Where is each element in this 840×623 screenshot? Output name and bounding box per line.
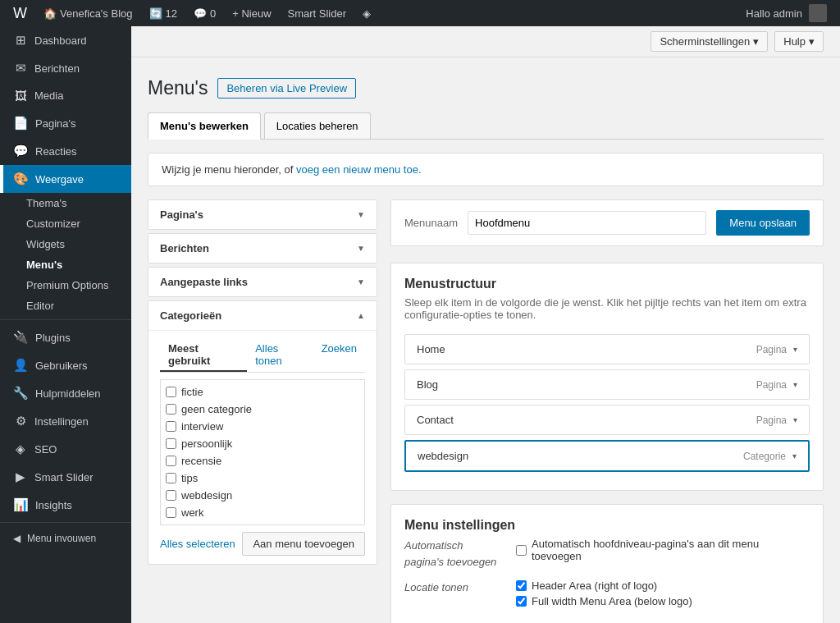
category-tabs: Meest gebruikt Alles tonen Zoeken: [160, 339, 365, 373]
page-title: Menu's: [148, 77, 208, 99]
sidebar-sub-menus[interactable]: Menu's: [0, 254, 131, 275]
sidebar-sub-themas[interactable]: Thema's: [0, 193, 131, 213]
berichten-icon: ✉: [13, 61, 28, 76]
location-full-width-checkbox[interactable]: [516, 596, 527, 607]
smart-slider-link[interactable]: Smart Slider: [281, 0, 354, 26]
two-column-layout: Pagina's ▼ Berichten ▼ A: [148, 199, 824, 623]
theme-icon-link[interactable]: ◈: [356, 0, 377, 26]
theme-icon: ◈: [363, 7, 371, 20]
auto-add-checkbox[interactable]: [516, 545, 527, 556]
sidebar-item-berichten[interactable]: ✉ Berichten: [0, 54, 131, 82]
info-box: Wijzig je menu hieronder, of voeg een ni…: [148, 153, 824, 186]
cat-checkbox-werk[interactable]: [166, 507, 176, 518]
sidebar-item-instellingen[interactable]: ⚙ Instellingen: [0, 407, 131, 435]
sidebar-item-hulpmiddelen[interactable]: 🔧 Hulpmiddelen: [0, 379, 131, 407]
sidebar: ⊞ Dashboard ✉ Berichten 🖼 Media 📄 Pagina…: [0, 26, 131, 623]
cat-checkbox-geen-categorie[interactable]: [166, 404, 176, 415]
cat-item-fictie: fictie: [164, 383, 361, 401]
tab-locaties-beheren[interactable]: Locaties beheren: [264, 112, 371, 139]
cat-checkbox-tips[interactable]: [166, 473, 176, 483]
menu-item-webdesign[interactable]: webdesign Categorie ▾: [404, 440, 810, 472]
cat-item-tips: tips: [164, 470, 361, 487]
tabs-row: Menu's bewerken Locaties beheren: [148, 112, 824, 140]
location-setting: Locatie tonen Header Area (right of logo…: [404, 579, 810, 611]
live-preview-btn[interactable]: Beheren via Live Preview: [217, 78, 356, 98]
sidebar-sub-widgets[interactable]: Widgets: [0, 234, 131, 254]
accordion-berichten-header[interactable]: Berichten ▼: [148, 234, 377, 263]
new-content-link[interactable]: + Nieuw: [226, 0, 277, 26]
sidebar-item-seo[interactable]: ◈ SEO: [0, 435, 131, 463]
instellingen-icon: ⚙: [13, 414, 28, 428]
save-menu-button[interactable]: Menu opslaan: [716, 210, 810, 236]
chevron-down-icon: ▾: [753, 35, 759, 48]
accordion-paginas: Pagina's ▼: [148, 199, 377, 230]
plugins-icon: 🔌: [13, 330, 29, 345]
menu-item-home-arrow: ▾: [793, 345, 797, 354]
select-all-link[interactable]: Alles selecteren: [160, 538, 235, 550]
sidebar-sub-editor[interactable]: Editor: [0, 295, 131, 316]
accordion-categorieen-body: Meest gebruikt Alles tonen Zoeken fictie: [148, 330, 377, 564]
add-menu-button[interactable]: Aan menu toevoegen: [242, 532, 365, 556]
screen-settings-btn[interactable]: Scherminstellingen ▾: [651, 31, 768, 52]
sidebar-item-paginas[interactable]: 📄 Pagina's: [0, 109, 131, 137]
menu-item-blog-label: Blog: [417, 378, 438, 391]
cat-tab-zoeken[interactable]: Zoeken: [313, 339, 365, 372]
accordion-berichten: Berichten ▼: [148, 233, 377, 263]
chevron-down-icon-2: ▾: [809, 35, 815, 48]
tab-menus-bewerken[interactable]: Menu's bewerken: [148, 112, 261, 140]
menu-item-home-label: Home: [417, 343, 445, 355]
accordion-paginas-header[interactable]: Pagina's ▼: [148, 200, 377, 229]
cat-checkbox-recensie[interactable]: [166, 456, 176, 466]
accordion-aangepaste-links: Aangepaste links ▼: [148, 267, 377, 297]
sidebar-item-media[interactable]: 🖼 Media: [0, 82, 131, 109]
dashboard-icon: ⊞: [13, 33, 28, 48]
comments-link[interactable]: 💬 0: [187, 0, 222, 26]
accordion-aangepaste-links-header[interactable]: Aangepaste links ▼: [148, 268, 377, 296]
cat-checkbox-persoonlijk[interactable]: [166, 438, 176, 449]
accordion-berichten-arrow: ▼: [357, 244, 365, 253]
menu-item-webdesign-arrow: ▾: [792, 451, 797, 460]
site-name-link[interactable]: 🏠 Venefica's Blog: [37, 0, 139, 26]
help-btn[interactable]: Hulp ▾: [774, 31, 824, 52]
sidebar-item-reacties[interactable]: 💬 Reacties: [0, 137, 131, 165]
user-avatar: [809, 4, 827, 22]
sidebar-item-weergave[interactable]: 🎨 Weergave: [0, 165, 131, 193]
accordion-categorieen-arrow: ▲: [357, 311, 365, 320]
location-header-checkbox[interactable]: [516, 580, 527, 591]
sidebar-sub-premium-options[interactable]: Premium Options: [0, 275, 131, 295]
new-menu-link[interactable]: voeg een nieuw menu toe: [296, 163, 418, 176]
sidebar-collapse-btn[interactable]: ◀ Menu invouwen: [0, 526, 131, 551]
sidebar-item-gebruikers[interactable]: 👤 Gebruikers: [0, 351, 131, 379]
menu-item-blog[interactable]: Blog Pagina ▾: [404, 369, 810, 400]
cat-checkbox-webdesign[interactable]: [166, 490, 176, 501]
cat-item-webdesign: webdesign: [164, 487, 361, 504]
menu-item-contact[interactable]: Contact Pagina ▾: [404, 405, 810, 435]
sidebar-item-insights[interactable]: 📊 Insights: [0, 491, 131, 519]
sidebar-item-plugins[interactable]: 🔌 Plugins: [0, 323, 131, 351]
cat-checkbox-fictie[interactable]: [166, 387, 176, 397]
menu-name-input[interactable]: [468, 211, 706, 235]
screen-options-bar: Scherminstellingen ▾ Hulp ▾: [131, 26, 840, 57]
gebruikers-icon: 👤: [13, 358, 29, 373]
accordion-aangepaste-links-arrow: ▼: [357, 277, 365, 286]
menu-item-contact-label: Contact: [417, 414, 454, 426]
sidebar-item-dashboard[interactable]: ⊞ Dashboard: [0, 26, 131, 54]
accordion-categorieen-header[interactable]: Categorieën ▲: [148, 301, 377, 330]
accordion-categorieen: Categorieën ▲ Meest gebruikt Alles tonen…: [148, 300, 377, 565]
sidebar-item-smart-slider[interactable]: ▶ Smart Slider: [0, 463, 131, 491]
sidebar-sub-customizer[interactable]: Customizer: [0, 213, 131, 234]
wp-logo[interactable]: W: [7, 0, 34, 26]
user-menu[interactable]: Hallo admin: [739, 0, 833, 26]
location-header-area: Header Area (right of logo): [516, 579, 810, 592]
insights-icon: 📊: [13, 497, 29, 512]
menu-name-row: Menunaam Menu opslaan: [390, 199, 824, 246]
structure-title: Menustructuur: [404, 277, 810, 291]
updates-link[interactable]: 🔄 12: [143, 0, 184, 26]
cat-checkbox-interview[interactable]: [166, 421, 176, 432]
menu-item-home[interactable]: Home Pagina ▾: [404, 334, 810, 364]
cat-item-recensie: recensie: [164, 452, 361, 470]
cat-item-geen-categorie: geen categorie: [164, 401, 361, 418]
cat-tab-alles-tonen[interactable]: Alles tonen: [247, 339, 313, 372]
cat-tab-meest-gebruikt[interactable]: Meest gebruikt: [160, 339, 247, 372]
user-greeting[interactable]: Hallo admin: [739, 0, 833, 26]
